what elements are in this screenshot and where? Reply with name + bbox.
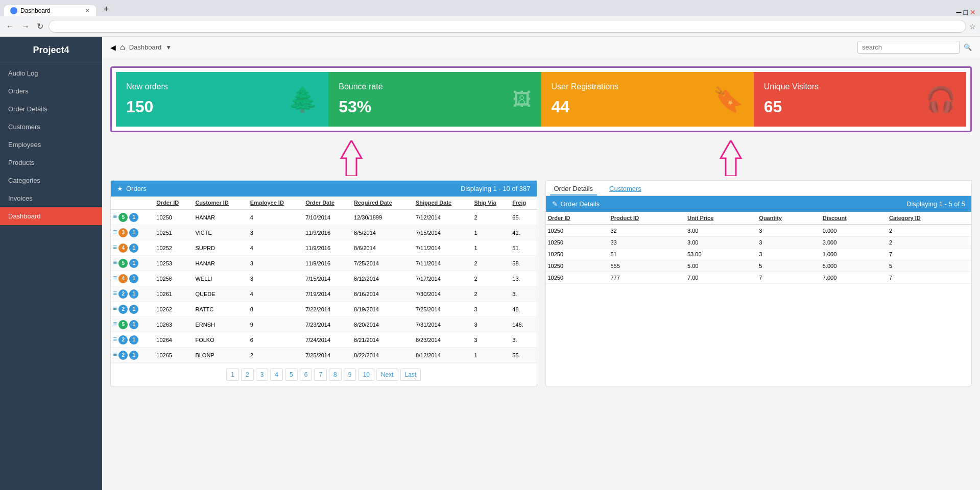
sidebar-item-products[interactable]: Products xyxy=(0,154,102,172)
order-details-displaying: Displaying 1 - 5 of 5 xyxy=(906,200,965,208)
page-10[interactable]: 10 xyxy=(358,369,374,381)
sidebar-item-order-details[interactable]: Order Details xyxy=(0,100,102,118)
cell-order-id: 10252 xyxy=(154,240,193,256)
list-icon[interactable]: ≡ xyxy=(113,274,117,282)
sidebar-item-employees[interactable]: Employees xyxy=(0,136,102,154)
cell-order-date: 7/22/2014 xyxy=(303,302,352,317)
col-od-quantity[interactable]: Quantity xyxy=(757,212,820,225)
badge-num2: 1 xyxy=(129,243,138,253)
active-tab[interactable]: Dashboard ✕ xyxy=(4,5,96,16)
cell-od-unit-price: 53.00 xyxy=(685,249,757,260)
col-customer-id[interactable]: Customer ID xyxy=(193,197,248,209)
close-window-button[interactable]: ✕ xyxy=(970,8,976,16)
cell-od-product-id: 32 xyxy=(609,225,685,237)
tab-order-details[interactable]: Order Details xyxy=(550,183,597,195)
page-4[interactable]: 4 xyxy=(270,369,283,381)
cell-freight: 146. xyxy=(510,317,536,332)
cell-od-order-id: 10250 xyxy=(546,237,609,249)
page-2[interactable]: 2 xyxy=(241,369,254,381)
list-icon[interactable]: ≡ xyxy=(113,212,117,220)
list-icon[interactable]: ≡ xyxy=(113,304,117,312)
cell-freight: 13. xyxy=(510,271,536,286)
col-od-order-id[interactable]: Order ID xyxy=(546,212,609,225)
list-icon[interactable]: ≡ xyxy=(113,258,117,266)
sidebar: Project4 Audio Log Orders Order Details … xyxy=(0,37,102,490)
col-od-product-id[interactable]: Product ID xyxy=(609,212,685,225)
col-shipped-date[interactable]: Shipped Date xyxy=(414,197,472,209)
col-od-discount[interactable]: Discount xyxy=(821,212,887,225)
list-icon[interactable]: ≡ xyxy=(113,243,117,251)
home-icon[interactable]: ⌂ xyxy=(120,43,125,52)
dropdown-arrow[interactable]: ▼ xyxy=(165,44,172,51)
cell-od-product-id: 51 xyxy=(609,249,685,260)
orders-scroll[interactable]: Order ID Customer ID Employee ID Order D… xyxy=(111,197,537,363)
page-3[interactable]: 3 xyxy=(256,369,269,381)
page-6[interactable]: 6 xyxy=(300,369,313,381)
cell-od-order-id: 10250 xyxy=(546,272,609,284)
sidebar-item-orders[interactable]: Orders xyxy=(0,82,102,100)
back-button[interactable]: ← xyxy=(4,20,16,33)
cell-employee-id: 3 xyxy=(248,256,303,271)
tab-favicon xyxy=(10,7,17,14)
sidebar-item-audio-log[interactable]: Audio Log xyxy=(0,64,102,82)
page-8[interactable]: 8 xyxy=(329,369,342,381)
table-row: ≡ 3 1 10251 VICTE 3 11/9/2016 8/5/2014 7… xyxy=(111,225,537,240)
list-icon[interactable]: ≡ xyxy=(113,335,117,343)
forward-button[interactable]: → xyxy=(19,20,32,33)
col-freight[interactable]: Freig xyxy=(510,197,536,209)
cell-freight: 51. xyxy=(510,240,536,256)
search-icon[interactable]: 🔍 xyxy=(964,43,972,51)
page-last[interactable]: Last xyxy=(400,369,421,381)
page-1[interactable]: 1 xyxy=(226,369,239,381)
cell-employee-id: 4 xyxy=(248,209,303,225)
sidebar-item-invoices[interactable]: Invoices xyxy=(0,189,102,207)
sidebar-item-customers[interactable]: Customers xyxy=(0,118,102,136)
cell-order-date: 7/19/2014 xyxy=(303,286,352,302)
list-icon[interactable]: ≡ xyxy=(113,320,117,328)
address-bar[interactable]: localhost:8088/dashboard_dashboard.php xyxy=(49,20,966,33)
col-order-id[interactable]: Order ID xyxy=(154,197,193,209)
maximize-button[interactable]: □ xyxy=(964,8,968,16)
page-9[interactable]: 9 xyxy=(344,369,356,381)
cell-employee-id: 2 xyxy=(248,348,303,363)
cell-required-date: 8/21/2014 xyxy=(352,332,414,348)
cell-order-id: 10251 xyxy=(154,225,193,240)
bookmark-icon[interactable]: ☆ xyxy=(969,22,976,31)
tab-close-button[interactable]: ✕ xyxy=(85,7,90,14)
sidebar-item-categories[interactable]: Categories xyxy=(0,172,102,189)
tables-section: ★ Orders Displaying 1 - 10 of 387 Order … xyxy=(110,180,972,386)
cell-shipped-date: 7/11/2014 xyxy=(414,240,472,256)
list-icon[interactable]: ≡ xyxy=(113,350,117,358)
row-actions: ≡ 2 1 xyxy=(111,302,154,317)
cell-shipped-date: 7/17/2014 xyxy=(414,271,472,286)
page-7[interactable]: 7 xyxy=(314,369,327,381)
stats-wrapper: New orders 150 🌲 Bounce rate 53% 🖼 User … xyxy=(110,66,972,132)
search-input[interactable] xyxy=(857,41,960,54)
page-next[interactable]: Next xyxy=(376,369,398,381)
nav-back-icon[interactable]: ◀ xyxy=(110,43,116,52)
col-od-unit-price[interactable]: Unit Price xyxy=(685,212,757,225)
new-tab-button[interactable]: + xyxy=(99,2,113,16)
tab-customers[interactable]: Customers xyxy=(605,183,646,195)
cell-od-order-id: 10250 xyxy=(546,225,609,237)
list-icon[interactable]: ≡ xyxy=(113,228,117,236)
order-details-scroll[interactable]: Order ID Product ID Unit Price Quantity … xyxy=(546,212,972,284)
col-order-date[interactable]: Order Date xyxy=(303,197,352,209)
page-5[interactable]: 5 xyxy=(285,369,298,381)
list-icon[interactable]: ≡ xyxy=(113,289,117,297)
cell-customer-id: QUEDE xyxy=(193,286,248,302)
cell-customer-id: HANAR xyxy=(193,209,248,225)
col-od-category-id[interactable]: Category ID xyxy=(887,212,971,225)
minimize-button[interactable]: ─ xyxy=(957,8,962,16)
cell-od-product-id: 33 xyxy=(609,237,685,249)
cell-od-category-id: 2 xyxy=(887,225,971,237)
cell-customer-id: ERNSH xyxy=(193,317,248,332)
cell-required-date: 12/30/1899 xyxy=(352,209,414,225)
cell-shipped-date: 8/12/2014 xyxy=(414,348,472,363)
col-employee-id[interactable]: Employee ID xyxy=(248,197,303,209)
col-ship-via[interactable]: Ship Via xyxy=(472,197,510,209)
svg-marker-1 xyxy=(721,140,741,176)
sidebar-item-dashboard[interactable]: Dashboard xyxy=(0,207,102,225)
col-required-date[interactable]: Required Date xyxy=(352,197,414,209)
reload-button[interactable]: ↻ xyxy=(35,19,45,33)
